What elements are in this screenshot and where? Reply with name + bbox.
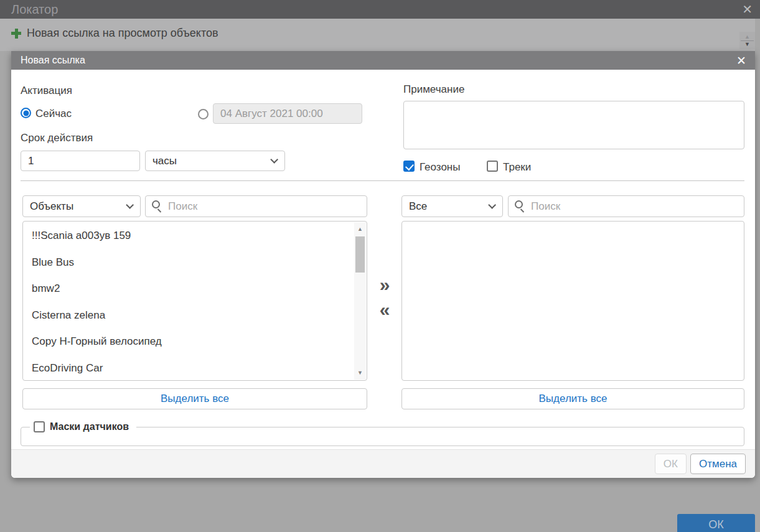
left-search: [145, 195, 367, 217]
scrollbar-thumb[interactable]: [355, 236, 365, 273]
list-scrollbar[interactable]: ▲ ▼: [354, 222, 366, 380]
section-divider: [21, 180, 744, 181]
search-icon: [515, 200, 523, 208]
move-right-button[interactable]: »: [370, 275, 400, 295]
sensor-masks-legend: Маски датчиков: [30, 421, 136, 432]
chevron-down-icon: [270, 156, 278, 164]
right-search-input[interactable]: [508, 195, 744, 217]
geofences-checkbox[interactable]: [403, 161, 415, 172]
new-link-button[interactable]: Новая ссылка на просмотр объектов: [11, 27, 218, 40]
list-item[interactable]: !!!Scania a003ув 159: [23, 223, 367, 250]
activate-now-radio[interactable]: [21, 108, 31, 118]
sensor-masks-fieldset: Маски датчиков: [21, 421, 744, 446]
left-filter-value: Объекты: [30, 200, 73, 213]
left-filter-select[interactable]: Объекты: [22, 195, 141, 217]
list-item[interactable]: Blue Bus: [23, 250, 367, 276]
activation-label: Активация: [21, 85, 72, 97]
list-item[interactable]: Cisterna zelena: [23, 302, 367, 329]
activate-now-label: Сейчас: [35, 108, 72, 120]
note-label: Примечание: [403, 83, 464, 96]
dialog-body: Активация Сейчас Срок действия часы Прим…: [11, 70, 755, 449]
duration-unit-select[interactable]: часы: [145, 151, 285, 171]
ok-button[interactable]: ОК: [655, 454, 687, 474]
note-textarea[interactable]: [403, 101, 744, 149]
activation-date-input[interactable]: [213, 103, 362, 124]
scroll-down-icon[interactable]: ▼: [354, 367, 366, 378]
activate-at-date-radio[interactable]: [198, 109, 209, 119]
list-item[interactable]: Copy H-Горный велосипед: [23, 329, 367, 355]
right-filter-select[interactable]: Все: [401, 195, 503, 217]
selected-objects-list: [401, 221, 744, 381]
locator-content-area: Новая ссылка на просмотр объектов ▲ ▼: [0, 19, 755, 51]
dialog-titlebar[interactable]: Новая ссылка ✕: [11, 51, 755, 70]
new-link-label: Новая ссылка на просмотр объектов: [27, 27, 218, 40]
sensor-masks-label: Маски датчиков: [50, 421, 129, 432]
available-objects-list: !!!Scania a003ув 159 Blue Bus bmw2 Ciste…: [22, 221, 367, 381]
locator-close-icon[interactable]: ✕: [742, 3, 753, 16]
search-icon: [152, 200, 160, 208]
move-left-button[interactable]: «: [370, 300, 400, 320]
geofences-label: Геозоны: [420, 161, 460, 174]
scroll-up-icon[interactable]: ▲: [354, 223, 366, 235]
scroll-down-icon[interactable]: ▼: [744, 41, 750, 48]
right-filter-value: Все: [409, 200, 427, 213]
sensor-masks-checkbox[interactable]: [34, 421, 45, 432]
locator-window-title: Локатор: [11, 2, 58, 17]
left-select-all-button[interactable]: Выделить все: [22, 388, 367, 409]
tracks-label: Треки: [503, 161, 531, 174]
locator-scrollbar[interactable]: ▲ ▼: [739, 32, 755, 49]
duration-unit-value: часы: [152, 155, 177, 167]
right-select-all-button[interactable]: Выделить все: [401, 388, 744, 409]
new-link-dialog: Новая ссылка ✕ Активация Сейчас Срок дей…: [11, 51, 755, 478]
dialog-title: Новая ссылка: [21, 55, 85, 66]
list-item[interactable]: bmw2: [23, 276, 367, 302]
duration-label: Срок действия: [21, 132, 93, 144]
right-search: [508, 195, 744, 217]
duration-value-input[interactable]: [21, 151, 140, 171]
scroll-up-icon[interactable]: ▲: [744, 34, 750, 40]
locator-ok-button[interactable]: ОК: [677, 514, 755, 532]
tracks-checkbox[interactable]: [487, 161, 498, 172]
cancel-button[interactable]: Отмена: [690, 454, 746, 474]
screen: Локатор ✕ Новая ссылка на просмотр объек…: [0, 0, 760, 532]
dialog-footer: ОК Отмена: [11, 449, 755, 478]
list-item[interactable]: EcoDriving Car: [23, 355, 367, 381]
plus-icon: [11, 29, 21, 39]
locator-titlebar: Локатор ✕: [0, 0, 760, 19]
left-search-input[interactable]: [145, 195, 367, 217]
chevron-down-icon: [126, 201, 134, 209]
dialog-close-icon[interactable]: ✕: [736, 55, 746, 67]
chevron-down-icon: [488, 201, 496, 209]
